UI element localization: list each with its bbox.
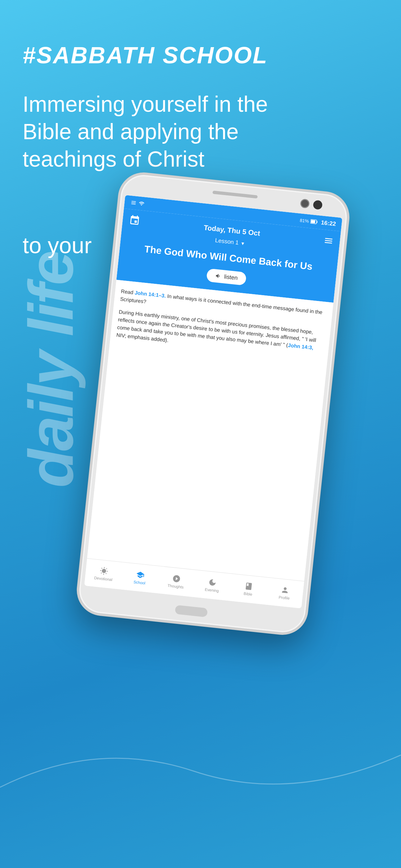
nav-label-devotional: Devotional <box>94 576 113 582</box>
header-date: Today, Thu 5 Oct <box>204 223 260 238</box>
signal-icon <box>138 200 145 207</box>
phone-home-button[interactable] <box>175 605 208 617</box>
para1-prefix: Read <box>121 288 135 295</box>
nav-item-profile[interactable]: Profile <box>266 584 304 602</box>
tagline: Immersing yourself in the Bible and appl… <box>23 90 313 173</box>
hashtag-title: #SABBATH SCHOOL <box>23 42 268 68</box>
nav-label-school: School <box>133 580 146 585</box>
phone-screen: 81% 16:22 Today, Thu 5 Oct <box>84 195 342 609</box>
profile-icon <box>280 585 289 595</box>
battery-text: 81% <box>300 218 309 224</box>
decorative-curve <box>0 707 401 803</box>
speaker-icon <box>215 273 222 280</box>
nav-item-evening[interactable]: Evening <box>193 577 231 594</box>
nav-label-bible: Bible <box>243 591 252 597</box>
nav-label-evening: Evening <box>205 587 219 593</box>
app-content: Read John 14:1–3. In what ways is it con… <box>86 280 334 590</box>
menu-icon[interactable] <box>323 236 334 246</box>
devotional-icon <box>99 566 109 576</box>
nav-item-bible[interactable]: Bible <box>229 580 267 598</box>
status-left-icons <box>130 199 145 207</box>
lesson-dropdown-arrow: ▼ <box>240 241 245 246</box>
school-icon <box>135 570 145 580</box>
battery-icon <box>310 219 318 224</box>
para2-ref[interactable]: John 14:3, <box>288 342 313 350</box>
nav-item-thoughts[interactable]: Thoughts <box>157 572 195 591</box>
calendar-icon <box>128 214 141 226</box>
status-icons: 81% 16:22 <box>300 217 336 228</box>
phone-outer: 81% 16:22 Today, Thu 5 Oct <box>74 170 352 638</box>
listen-button[interactable]: listen <box>206 268 247 285</box>
nav-item-school[interactable]: School <box>121 569 159 587</box>
listen-label: listen <box>224 273 238 281</box>
nav-label-thoughts: Thoughts <box>167 583 184 589</box>
phone-camera-2 <box>313 200 323 210</box>
svg-rect-1 <box>311 220 315 223</box>
phone-camera-1 <box>300 198 310 209</box>
nav-item-devotional[interactable]: Devotional <box>85 565 123 583</box>
lesson-label: Lesson 1 <box>215 237 239 246</box>
status-time: 16:22 <box>320 219 336 227</box>
notification-icon <box>130 199 137 206</box>
evening-icon <box>208 578 217 587</box>
nav-label-profile: Profile <box>278 595 289 600</box>
phone-speaker <box>212 190 258 198</box>
phone-mockup: 81% 16:22 Today, Thu 5 Oct <box>74 170 352 638</box>
daily-life-text: daily life <box>19 252 82 488</box>
para1-ref[interactable]: John 14:1–3. <box>134 290 166 299</box>
thoughts-icon <box>172 574 181 584</box>
bible-icon <box>244 582 253 591</box>
